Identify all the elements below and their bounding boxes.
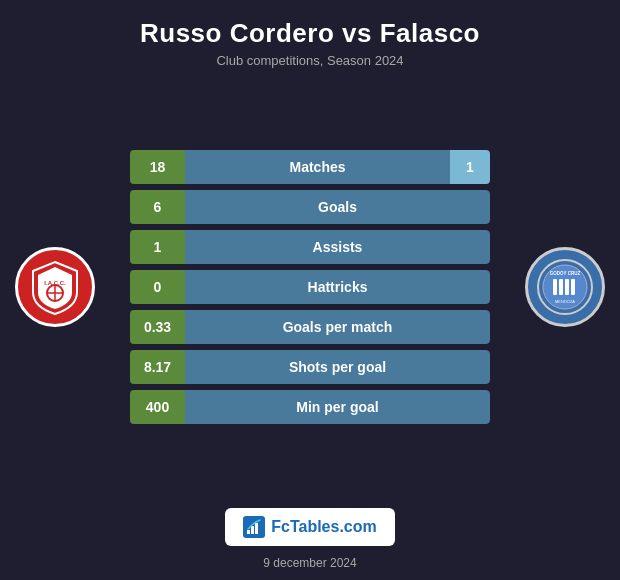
stat-label: Hattricks — [185, 270, 490, 304]
brand-box: FcTables.com — [225, 508, 395, 546]
stat-row: 0.33Goals per match — [130, 310, 490, 344]
main-title: Russo Cordero vs Falasco — [20, 18, 600, 49]
sub-title: Club competitions, Season 2024 — [20, 53, 600, 68]
logo-iacc: I.A.C.C. — [15, 247, 95, 327]
stat-row: 0Hattricks — [130, 270, 490, 304]
stat-label: Assists — [185, 230, 490, 264]
stat-row: 18Matches1 — [130, 150, 490, 184]
stat-left-value: 18 — [130, 150, 185, 184]
svg-rect-14 — [251, 526, 254, 534]
brand-text: FcTables.com — [271, 518, 377, 536]
svg-rect-9 — [571, 279, 575, 295]
brand-icon — [243, 516, 265, 538]
svg-text:MENDOZA: MENDOZA — [555, 299, 575, 304]
brand-section: FcTables.com — [225, 498, 395, 552]
stat-left-value: 0 — [130, 270, 185, 304]
stat-left-value: 6 — [130, 190, 185, 224]
stat-right-value: 1 — [450, 150, 490, 184]
stat-label: Matches — [185, 150, 450, 184]
team-logo-left: I.A.C.C. — [10, 247, 100, 327]
svg-rect-8 — [565, 279, 569, 295]
svg-rect-6 — [553, 279, 557, 295]
svg-rect-15 — [255, 523, 258, 534]
stat-row: 1Assists — [130, 230, 490, 264]
svg-rect-7 — [559, 279, 563, 295]
stat-left-value: 400 — [130, 390, 185, 424]
logo-godoy: GODOY CRUZ MENDOZA — [525, 247, 605, 327]
svg-rect-13 — [247, 530, 250, 534]
stat-left-value: 8.17 — [130, 350, 185, 384]
stat-row: 8.17Shots per goal — [130, 350, 490, 384]
footer-date: 9 december 2024 — [263, 552, 356, 580]
team-logo-right: GODOY CRUZ MENDOZA — [520, 247, 610, 327]
stat-label: Shots per goal — [185, 350, 490, 384]
svg-text:GODOY CRUZ: GODOY CRUZ — [550, 271, 581, 276]
stats-column: 18Matches16Goals1Assists0Hattricks0.33Go… — [130, 150, 490, 424]
stat-row: 400Min per goal — [130, 390, 490, 424]
header-section: Russo Cordero vs Falasco Club competitio… — [0, 0, 620, 76]
stat-left-value: 1 — [130, 230, 185, 264]
stat-label: Goals — [185, 190, 490, 224]
stat-row: 6Goals — [130, 190, 490, 224]
stat-label: Min per goal — [185, 390, 490, 424]
content-area: I.A.C.C. 18Matches16Goals1Assists0Hattri… — [0, 76, 620, 498]
stat-left-value: 0.33 — [130, 310, 185, 344]
stat-label: Goals per match — [185, 310, 490, 344]
page-wrapper: Russo Cordero vs Falasco Club competitio… — [0, 0, 620, 580]
